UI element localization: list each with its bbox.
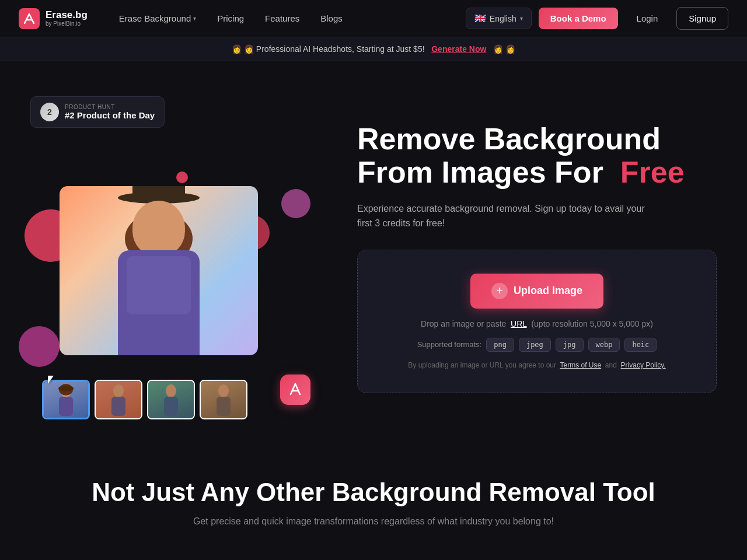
privacy-policy-link[interactable]: Privacy Policy.	[621, 361, 666, 369]
lang-label: English	[490, 14, 516, 23]
hero-subtitle: Experience accurate background removal. …	[357, 201, 661, 231]
nav-blogs[interactable]: Blogs	[312, 9, 351, 28]
blouse-detail	[127, 256, 191, 314]
svg-rect-8	[164, 397, 178, 416]
format-jpg: jpg	[556, 338, 584, 352]
svg-rect-10	[217, 397, 231, 416]
ph-medal-icon: 2	[40, 103, 59, 121]
svg-point-4	[58, 386, 74, 391]
nav-left: Erase.bg by PixelBin.io Erase Background…	[19, 8, 351, 29]
formats-row: Supported formats: png jpeg jpg webp hei…	[376, 338, 697, 352]
login-button[interactable]: Login	[625, 8, 670, 29]
image-showcase	[30, 139, 322, 419]
decorative-circle-5	[281, 189, 310, 218]
chevron-down-icon: ▾	[520, 15, 523, 22]
navbar: Erase.bg by PixelBin.io Erase Background…	[0, 0, 747, 37]
nav-erase-background[interactable]: Erase Background ▾	[111, 9, 204, 28]
language-selector[interactable]: 🇬🇧 English ▾	[466, 8, 532, 29]
hero-title-accent: Free	[620, 155, 685, 189]
svg-rect-0	[19, 8, 40, 29]
nav-right: 🇬🇧 English ▾ Book a Demo Login Signup	[466, 7, 728, 30]
main-image-card	[60, 186, 258, 355]
bottom-subtitle: Get precise and quick image transformati…	[19, 516, 728, 527]
hero-section: 2 PRODUCT HUNT #2 Product of the Day	[12, 61, 735, 443]
pixelbin-logo-icon	[287, 382, 303, 398]
ph-label: PRODUCT HUNT	[65, 104, 155, 110]
logo-title: Erase.bg	[46, 10, 88, 21]
nav-pricing[interactable]: Pricing	[209, 9, 252, 28]
thumbnail-3	[147, 380, 195, 419]
ph-rank: #2 Product of the Day	[65, 110, 155, 120]
decorative-circle-4	[19, 326, 60, 367]
woman-figure	[100, 192, 217, 355]
nav-links: Erase Background ▾ Pricing Features Blog…	[111, 9, 351, 28]
book-demo-button[interactable]: Book a Demo	[539, 8, 618, 29]
product-hunt-badge: 2 PRODUCT HUNT #2 Product of the Day	[30, 96, 165, 128]
hero-right: Remove Background From Images For Free E…	[357, 123, 717, 393]
bottom-section: Not Just Any Other Background Removal To…	[0, 443, 747, 550]
thumbnail-4	[200, 380, 247, 419]
flag-icon: 🇬🇧	[474, 13, 486, 24]
format-jpeg: jpeg	[519, 338, 551, 352]
svg-rect-2	[59, 397, 73, 416]
logo[interactable]: Erase.bg by PixelBin.io	[19, 8, 88, 29]
announcement-emoji: 👩 👩	[493, 44, 515, 54]
announcement-text: 👩 👩 Professional AI Headshots, Starting …	[232, 44, 425, 54]
announcement-bar: 👩 👩 Professional AI Headshots, Starting …	[0, 37, 747, 61]
logo-sub: by PixelBin.io	[46, 20, 88, 27]
nav-features[interactable]: Features	[257, 9, 308, 28]
format-png: png	[486, 338, 514, 352]
thumbnail-strip	[42, 380, 247, 419]
terms-text: By uploading an image or URL you agree t…	[376, 361, 697, 369]
logo-icon	[19, 8, 40, 29]
decorative-circle-3	[176, 172, 188, 183]
format-heic: heic	[624, 338, 657, 352]
terms-of-use-link[interactable]: Terms of Use	[560, 361, 601, 369]
generate-now-link[interactable]: Generate Now	[431, 44, 486, 54]
svg-rect-6	[111, 397, 125, 416]
head	[132, 201, 185, 256]
svg-point-5	[113, 384, 124, 397]
drop-text: Drop an image or paste URL (upto resolut…	[376, 319, 697, 328]
format-webp: webp	[588, 338, 620, 352]
svg-point-7	[166, 384, 176, 397]
upload-box: + Upload Image Drop an image or paste UR…	[357, 250, 717, 393]
signup-button[interactable]: Signup	[676, 7, 728, 30]
pixelbin-icon-overlay	[280, 374, 310, 405]
hero-left: 2 PRODUCT HUNT #2 Product of the Day	[30, 96, 334, 419]
formats-label: Supported formats:	[417, 340, 482, 349]
svg-point-9	[218, 384, 229, 397]
chevron-down-icon: ▾	[193, 15, 196, 22]
hat-crown	[132, 186, 185, 198]
thumbnail-2	[95, 380, 142, 419]
hero-title: Remove Background From Images For Free	[357, 123, 717, 189]
paste-url-link[interactable]: URL	[511, 319, 527, 328]
cursor-icon	[48, 376, 60, 387]
upload-image-button[interactable]: + Upload Image	[470, 274, 603, 309]
bottom-title: Not Just Any Other Background Removal To…	[19, 478, 728, 507]
plus-icon: +	[491, 283, 508, 299]
